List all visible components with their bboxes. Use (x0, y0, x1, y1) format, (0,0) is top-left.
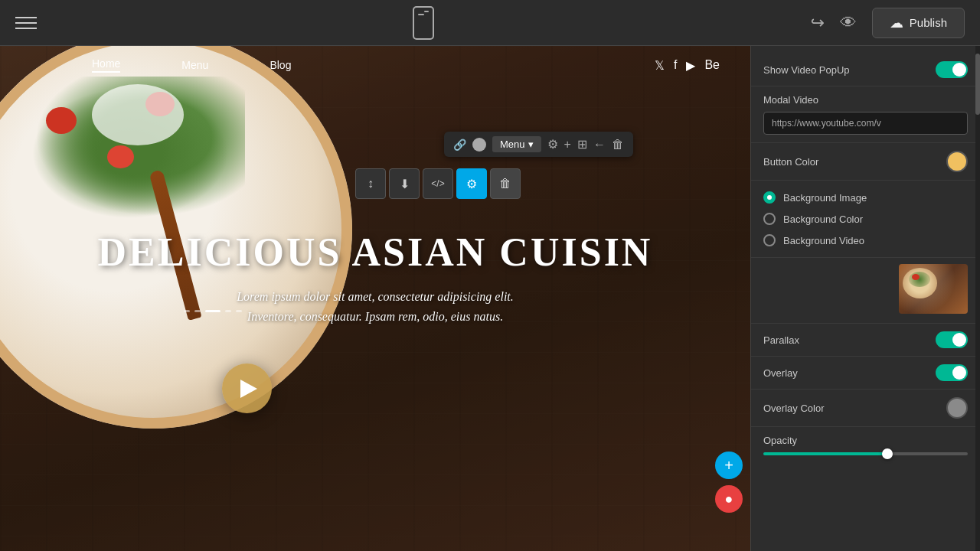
radio-background-color[interactable]: Background Color (763, 208, 968, 230)
toolbar-dot (472, 138, 486, 152)
overlay-label: Overlay (763, 367, 798, 379)
button-color-swatch[interactable] (946, 151, 968, 172)
show-video-popup-label: Show Video PopUp (763, 64, 850, 76)
topbar: ↩ 👁 ☁ Publish (0, 0, 980, 46)
reorder-button[interactable]: ↕ (355, 168, 386, 199)
opacity-label: Opacity (763, 435, 968, 446)
modal-video-input[interactable] (763, 112, 968, 135)
dot-1[interactable] (184, 310, 190, 312)
overlay-toggle[interactable] (936, 364, 968, 381)
opacity-slider-container (763, 452, 968, 455)
button-color-label: Button Color (763, 156, 818, 168)
twitter-icon[interactable]: 𝕏 (655, 58, 665, 73)
settings-button[interactable]: ⚙ (456, 168, 487, 199)
fab-red[interactable]: ● (715, 485, 743, 513)
dot-5[interactable] (236, 310, 242, 312)
code-button[interactable]: </> (423, 168, 453, 199)
background-thumbnail-section (751, 258, 980, 324)
show-video-popup-toggle[interactable] (936, 61, 968, 78)
radio-label-color: Background Color (783, 214, 863, 225)
section-toolbar: ↕ ⬇ </> ⚙ 🗑 (355, 168, 521, 199)
radio-background-video[interactable]: Background Video (763, 230, 968, 251)
hamburger-menu[interactable] (15, 17, 37, 29)
menu-toolbar: 🔗 Menu ▾ ⚙ + ⊞ ← 🗑 (444, 132, 633, 157)
nav-blog[interactable]: Blog (270, 59, 291, 71)
link-icon: 🔗 (453, 139, 466, 151)
publish-label: Publish (910, 16, 947, 29)
delete-icon[interactable]: 🗑 (612, 138, 624, 152)
radio-background-image[interactable]: Background Image (763, 187, 968, 208)
play-button[interactable] (222, 364, 272, 413)
dot-3[interactable] (205, 310, 220, 312)
radio-circle-video (763, 234, 776, 246)
chevron-down-icon: ▾ (528, 139, 534, 150)
canvas: Home Menu Blog 𝕏 f ▶ Be 🔗 Menu ▾ ⚙ + ⊞ ←… (0, 46, 750, 551)
radio-label-image: Background Image (783, 192, 867, 204)
nav-menu[interactable]: Menu (181, 59, 208, 71)
canvas-navigation: Home Menu Blog 𝕏 f ▶ Be (0, 46, 750, 84)
hero-subtitle: Lorem ipsum dolor sit amet, consectetur … (0, 287, 750, 326)
preview-icon[interactable]: 👁 (840, 13, 857, 33)
nav-social-links: 𝕏 f ▶ Be (655, 58, 720, 73)
modal-video-section: Modal Video (751, 86, 980, 143)
layout-icon[interactable]: ⊞ (577, 137, 587, 152)
button-color-row: Button Color (751, 143, 980, 181)
trash-button[interactable]: 🗑 (490, 168, 521, 199)
topbar-center (413, 6, 434, 40)
background-type-group: Background Image Background Color Backgr… (751, 181, 980, 258)
menu-label: Menu (500, 139, 525, 150)
fab-blue[interactable]: + (715, 452, 743, 479)
back-icon[interactable]: ← (593, 138, 606, 152)
parallax-toggle[interactable] (936, 331, 968, 348)
download-button[interactable]: ⬇ (389, 168, 420, 199)
publish-button[interactable]: ☁ Publish (872, 8, 965, 38)
overlay-color-row: Overlay Color (751, 390, 980, 427)
panel-scroll[interactable]: Show Video PopUp Modal Video Button Colo… (751, 46, 980, 551)
right-panel: Show Video PopUp Modal Video Button Colo… (750, 46, 980, 551)
add-icon[interactable]: + (564, 138, 571, 152)
hero-section: Home Menu Blog 𝕏 f ▶ Be 🔗 Menu ▾ ⚙ + ⊞ ←… (0, 46, 750, 551)
slider-dots (184, 310, 242, 312)
topbar-right: ↩ 👁 ☁ Publish (811, 8, 965, 38)
opacity-slider-thumb[interactable] (882, 448, 893, 459)
modal-video-label: Modal Video (763, 94, 968, 106)
youtube-icon[interactable]: ▶ (686, 58, 695, 73)
mobile-preview-icon[interactable] (413, 6, 434, 40)
radio-circle-image (763, 191, 776, 204)
settings-icon[interactable]: ⚙ (547, 137, 558, 152)
parallax-label: Parallax (763, 334, 799, 346)
nav-home[interactable]: Home (92, 57, 120, 73)
behance-icon[interactable]: Be (704, 58, 720, 73)
topbar-left (15, 17, 37, 29)
panel-scrollbar-thumb (975, 54, 980, 115)
overlay-color-swatch[interactable] (946, 397, 968, 419)
opacity-slider-track[interactable] (763, 452, 968, 455)
menu-dropdown-btn[interactable]: Menu ▾ (492, 136, 541, 152)
panel-scrollbar[interactable] (975, 46, 980, 551)
hero-title: DELICIOUS ASIAN CUISIN (0, 230, 750, 275)
background-thumbnail[interactable] (899, 264, 968, 314)
undo-icon[interactable]: ↩ (811, 13, 825, 33)
overlay-color-label: Overlay Color (763, 403, 824, 414)
dot-2[interactable] (194, 310, 201, 312)
radio-label-video: Background Video (783, 235, 864, 246)
dot-4[interactable] (225, 310, 231, 312)
floating-actions: + ● (715, 452, 743, 513)
facebook-icon[interactable]: f (674, 58, 677, 73)
play-triangle-icon (240, 380, 257, 398)
overlay-row: Overlay (751, 357, 980, 390)
radio-circle-color (763, 213, 776, 225)
opacity-section: Opacity (751, 427, 980, 463)
cloud-upload-icon: ☁ (890, 15, 903, 31)
parallax-row: Parallax (751, 324, 980, 357)
show-video-popup-row: Show Video PopUp (751, 54, 980, 86)
